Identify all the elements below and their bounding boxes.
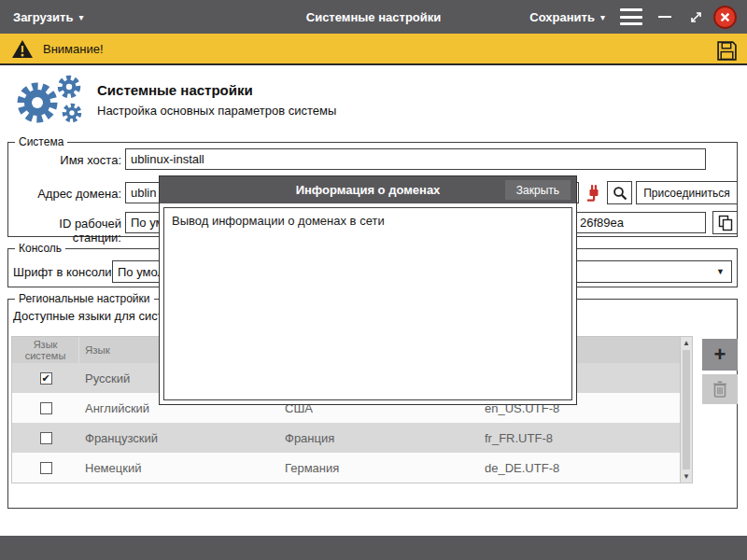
- join-domain-label: Присоединиться: [643, 187, 730, 200]
- minimize-icon: [658, 16, 671, 19]
- page-subtitle: Настройка основных параметров системы: [97, 104, 336, 118]
- table-cell-language[interactable]: Французский: [79, 423, 279, 453]
- scrollbar-thumb[interactable]: [683, 350, 690, 469]
- app-window: Системные настройки Загрузить ▾ Сохранит…: [0, 0, 747, 560]
- system-legend: Система: [15, 135, 67, 148]
- add-language-button[interactable]: +: [702, 339, 738, 371]
- dialog-close-button[interactable]: Закрыть: [505, 180, 571, 200]
- menu-button[interactable]: [620, 8, 642, 25]
- dropdown-arrow-icon: ▼: [716, 268, 725, 276]
- warning-text: Внимание!: [43, 42, 104, 56]
- save-button-label: Сохранить: [529, 10, 595, 24]
- table-cell-checkbox: ✔: [12, 363, 79, 393]
- gears-icon: [7, 73, 93, 131]
- hostname-value: ublinux-install: [131, 152, 204, 166]
- maximize-icon: [689, 10, 703, 24]
- warning-bar: Внимание!: [0, 34, 747, 65]
- scroll-up-icon[interactable]: ▲: [681, 337, 692, 349]
- save-file-button[interactable]: [714, 38, 739, 63]
- delete-language-button[interactable]: [702, 374, 738, 404]
- dialog-body: Вывод информации о доменах в сети: [160, 203, 576, 404]
- domain-search-button[interactable]: [607, 181, 632, 204]
- checkbox-mark: ✔: [41, 373, 49, 384]
- plug-icon: [585, 183, 603, 203]
- chevron-down-icon: ▾: [600, 11, 605, 22]
- chevron-down-icon: ▾: [78, 11, 83, 22]
- save-menu-button[interactable]: Сохранить ▾: [529, 0, 605, 34]
- table-cell-locale[interactable]: de_DE.UTF-8: [479, 453, 681, 483]
- domain-label: Адрес домена:: [7, 187, 121, 201]
- close-icon: [720, 12, 730, 22]
- maximize-button[interactable]: [686, 7, 705, 26]
- load-button[interactable]: Загрузить ▾: [13, 0, 83, 34]
- copy-icon: [718, 215, 733, 231]
- trash-icon: [712, 380, 728, 399]
- diskette-icon: [716, 40, 738, 62]
- table-cell-country[interactable]: Франция: [279, 423, 479, 453]
- dialog-titlebar: Информация о доменах Закрыть: [160, 176, 576, 203]
- search-icon: [613, 186, 627, 201]
- domain-value: ublin: [131, 186, 156, 200]
- console-font-value: По умол: [118, 265, 164, 279]
- languages-description: Доступные языки для сист: [13, 309, 163, 323]
- language-checkbox[interactable]: [40, 432, 52, 444]
- titlebar: Системные настройки Загрузить ▾ Сохранит…: [0, 0, 747, 34]
- column-header-system-language[interactable]: Язык системы: [12, 337, 79, 363]
- hamburger-icon: [620, 22, 642, 25]
- copy-id-button[interactable]: [712, 211, 738, 234]
- load-button-label: Загрузить: [13, 10, 73, 24]
- workstation-id-value-end: 26f89ea: [580, 216, 624, 230]
- language-checkbox[interactable]: [40, 402, 52, 414]
- join-domain-button[interactable]: Присоединиться: [636, 181, 738, 204]
- regional-legend: Региональные настройки: [15, 292, 154, 305]
- console-font-label: Шрифт в консоли:: [13, 265, 115, 279]
- console-legend: Консоль: [15, 242, 65, 255]
- table-scrollbar[interactable]: ▲ ▼: [680, 336, 693, 483]
- disconnect-button[interactable]: [582, 181, 605, 204]
- hostname-input[interactable]: ublinux-install: [125, 148, 706, 170]
- table-cell-language[interactable]: Немецкий: [79, 453, 279, 483]
- domain-info-text: Вывод информации о доменах в сети: [172, 214, 385, 228]
- warning-icon: [11, 39, 34, 59]
- domain-info-output[interactable]: Вывод информации о доменах в сети: [163, 207, 572, 400]
- hamburger-icon: [620, 8, 642, 11]
- table-cell-checkbox: [12, 393, 79, 423]
- minimize-button[interactable]: [655, 7, 674, 26]
- page-title: Системные настройки: [97, 82, 253, 98]
- table-cell-checkbox: [12, 453, 79, 483]
- scroll-down-icon[interactable]: ▼: [681, 470, 692, 483]
- statusbar: [0, 536, 747, 560]
- workstation-id-label: ID рабочей станции:: [7, 217, 121, 245]
- table-cell-locale[interactable]: fr_FR.UTF-8: [479, 423, 681, 453]
- language-checkbox[interactable]: ✔: [40, 372, 52, 385]
- hostname-label: Имя хоста:: [7, 153, 121, 167]
- domain-info-dialog: Информация о доменах Закрыть Вывод инфор…: [159, 175, 577, 405]
- language-checkbox[interactable]: [40, 462, 52, 474]
- table-cell-country[interactable]: Германия: [279, 453, 479, 483]
- hamburger-icon: [620, 16, 642, 19]
- table-cell-checkbox: [12, 423, 79, 453]
- plus-icon: +: [714, 343, 726, 367]
- close-button[interactable]: [713, 6, 737, 29]
